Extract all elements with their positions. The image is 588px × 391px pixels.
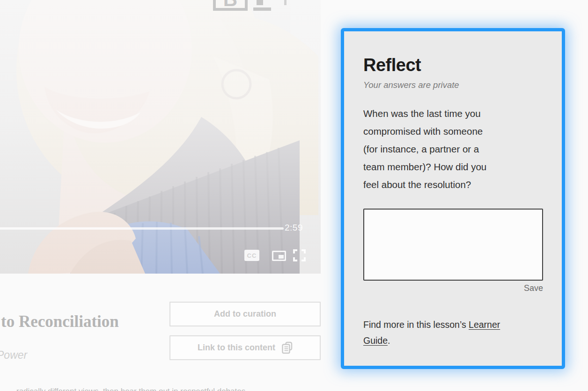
save-button[interactable]: Save [363,283,543,293]
privacy-note: Your answers are private [363,80,543,90]
picture-in-picture-icon[interactable] [272,251,286,261]
learner-guide-link[interactable]: Guide [363,335,388,346]
brand-logo: B [213,0,290,11]
video-time-remaining: 2:59 [285,223,313,233]
reflect-panel: Reflect Your answers are private When wa… [341,28,565,369]
question-line: When was the last time you [363,105,543,123]
logo-letter-t-stem [257,0,263,5]
copy-link-clipboard-icon [282,341,293,354]
question-line: team member)? How did you [363,158,543,176]
question-line: (for instance, a partner or a [363,140,543,158]
lesson-description-clipped: radically different views, then hear the… [16,387,245,391]
logo-tick-mark [284,0,287,5]
link-to-content-label: Link to this content [198,343,275,353]
reflection-question: When was the last time you compromised w… [363,105,543,194]
find-more-text: Find more in this lesson’s Learner Guide… [363,317,543,348]
add-to-curation-button[interactable]: Add to curation [169,302,321,326]
reflection-answer-input[interactable] [363,209,543,281]
find-more-prefix: Find more in this lesson’s [363,319,469,330]
video-progress-bar[interactable] [0,227,284,230]
closed-captions-icon[interactable]: CC [244,250,259,261]
video-player[interactable]: 2:59 CC [0,0,321,274]
learner-guide-link[interactable]: Learner [469,319,500,330]
question-line: feel about the resolution? [363,176,543,194]
logo-letter-b: B [223,0,237,8]
question-line: compromised with someone [363,123,543,140]
link-to-content-button[interactable]: Link to this content [169,335,321,360]
logo-letter-t-bar [253,7,271,11]
find-more-suffix: . [388,335,390,346]
reflect-panel-title: Reflect [363,55,543,76]
fullscreen-icon[interactable] [293,249,306,261]
lesson-action-buttons: Add to curation Link to this content [169,302,321,360]
video-fade-overlay [0,0,321,274]
add-to-curation-label: Add to curation [214,309,276,319]
lesson-title-fragment: to Reconciliation [1,312,119,331]
lesson-byline-fragment: Power [0,349,27,362]
logo-letter-b-box: B [213,0,248,11]
